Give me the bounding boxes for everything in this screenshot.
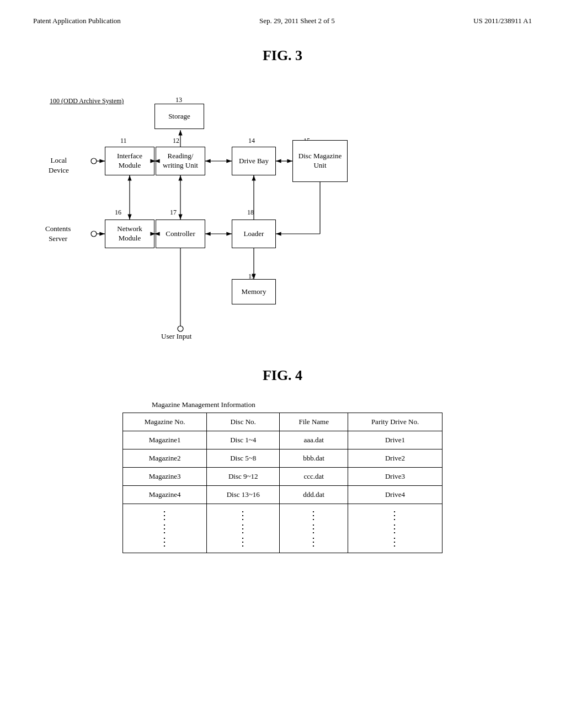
table-cell: ccc.dat <box>280 468 348 486</box>
fig3-diagram: 100 (ODD Archive System) 13 11 12 14 15 … <box>33 75 532 362</box>
table-cell: Magazine3 <box>123 468 207 486</box>
network-module-box: NetworkModule <box>105 220 154 248</box>
label-16: 16 <box>115 208 121 217</box>
header-center: Sep. 29, 2011 Sheet 2 of 5 <box>259 17 335 25</box>
interface-module-box: InterfaceModule <box>105 147 154 175</box>
table-cell: aaa.dat <box>280 431 348 449</box>
svg-point-3 <box>91 158 97 164</box>
label-17: 17 <box>170 208 177 217</box>
system-label: 100 (ODD Archive System) <box>50 97 124 105</box>
table-dots-cell: ⋮⋮⋮ <box>123 504 207 553</box>
label-11: 11 <box>120 137 127 145</box>
table-row: Magazine1Disc 1~4aaa.datDrive1 <box>123 431 443 449</box>
table-cell: Disc 13~16 <box>207 486 280 504</box>
table-dots-cell: ⋮⋮⋮ <box>348 504 443 553</box>
table-cell: bbb.dat <box>280 449 348 468</box>
col-file-name: File Name <box>280 413 348 431</box>
fig4-title: FIG. 4 <box>33 367 532 384</box>
page-header: Patent Application Publication Sep. 29, … <box>33 17 532 25</box>
svg-point-8 <box>91 231 97 237</box>
col-magazine-no: Magazine No. <box>123 413 207 431</box>
table-row: Magazine4Disc 13~16ddd.datDrive4 <box>123 486 443 504</box>
header-left: Patent Application Publication <box>33 17 121 25</box>
table-cell: Drive3 <box>348 468 443 486</box>
controller-box: Controller <box>156 220 205 248</box>
table-cell: Magazine4 <box>123 486 207 504</box>
drive-bay-box: Drive Bay <box>232 147 276 175</box>
table-cell: Drive1 <box>348 431 443 449</box>
col-disc-no: Disc No. <box>207 413 280 431</box>
table-cell: ddd.dat <box>280 486 348 504</box>
label-13: 13 <box>175 96 182 104</box>
table-cell: Drive4 <box>348 486 443 504</box>
table-cell: Disc 5~8 <box>207 449 280 468</box>
table-row: Magazine2Disc 5~8bbb.datDrive2 <box>123 449 443 468</box>
label-18: 18 <box>247 208 254 217</box>
fig4-section: Magazine Management Information Magazine… <box>33 400 532 553</box>
table-cell: Magazine1 <box>123 431 207 449</box>
table-dots-cell: ⋮⋮⋮ <box>280 504 348 553</box>
table-cell: Magazine2 <box>123 449 207 468</box>
label-12: 12 <box>173 137 179 145</box>
fig3-title: FIG. 3 <box>33 47 532 64</box>
table-header-row: Magazine No. Disc No. File Name Parity D… <box>123 413 443 431</box>
col-parity-drive: Parity Drive No. <box>348 413 443 431</box>
disc-magazine-box: Disc MagazineUnit <box>292 140 348 182</box>
svg-point-16 <box>178 326 183 331</box>
table-dots-row: ⋮⋮⋮⋮⋮⋮⋮⋮⋮⋮⋮⋮ <box>123 504 443 553</box>
label-14: 14 <box>248 137 255 145</box>
magazine-table: Magazine No. Disc No. File Name Parity D… <box>122 413 443 553</box>
table-label: Magazine Management Information <box>152 400 532 409</box>
local-device-label: LocalDevice <box>49 156 69 175</box>
table-cell: Disc 9~12 <box>207 468 280 486</box>
header-right: US 2011/238911 A1 <box>473 17 532 25</box>
storage-box: Storage <box>154 104 204 129</box>
table-cell: Disc 1~4 <box>207 431 280 449</box>
loader-box: Loader <box>232 220 276 248</box>
diagram-arrows <box>33 75 532 362</box>
memory-box: Memory <box>232 279 276 304</box>
reading-writing-box: Reading/writing Unit <box>156 147 205 175</box>
table-row: Magazine3Disc 9~12ccc.datDrive3 <box>123 468 443 486</box>
table-cell: Drive2 <box>348 449 443 468</box>
user-input-label: User Input <box>161 332 191 341</box>
contents-server-label: ContentsServer <box>45 224 71 244</box>
table-dots-cell: ⋮⋮⋮ <box>207 504 280 553</box>
